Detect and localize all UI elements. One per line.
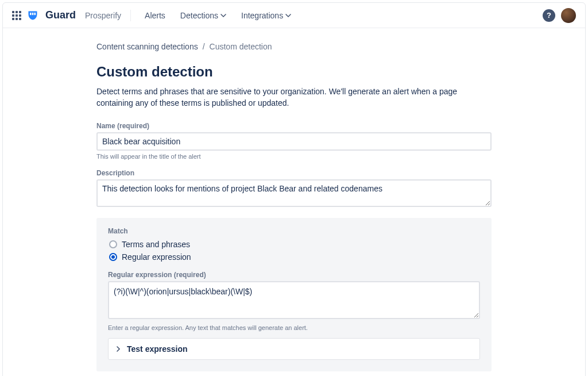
radio-icon — [109, 240, 117, 248]
breadcrumb-separator: / — [203, 42, 205, 51]
match-panel: Match Terms and phrases Regular expressi… — [96, 218, 492, 371]
nav-detections[interactable]: Detections — [176, 7, 231, 24]
test-expression-toggle[interactable]: Test expression — [108, 338, 480, 360]
chevron-down-icon — [285, 13, 291, 18]
description-field: Description This detection looks for men… — [96, 169, 492, 209]
breadcrumb-parent[interactable]: Content scanning detections — [96, 42, 198, 51]
radio-icon — [109, 253, 117, 261]
match-heading: Match — [108, 227, 480, 235]
main-content: Content scanning detections / Custom det… — [87, 28, 501, 376]
regex-help-text: Enter a regular expression. Any text tha… — [108, 324, 480, 331]
name-help-text: This will appear in the title of the ale… — [96, 153, 492, 160]
chevron-right-icon — [115, 346, 121, 352]
guard-logo-icon — [27, 10, 38, 21]
name-label: Name (required) — [96, 122, 492, 130]
nav-alerts[interactable]: Alerts — [140, 7, 170, 24]
svg-rect-2 — [34, 13, 36, 15]
radio-label: Terms and phrases — [122, 240, 190, 249]
chevron-down-icon — [220, 13, 226, 18]
breadcrumb: Content scanning detections / Custom det… — [96, 42, 492, 51]
help-icon[interactable]: ? — [543, 9, 555, 22]
nav-label: Detections — [180, 11, 218, 20]
radio-terms[interactable]: Terms and phrases — [109, 237, 480, 250]
regex-label: Regular expression (required) — [108, 271, 480, 279]
name-input[interactable] — [96, 132, 492, 151]
breadcrumb-current: Custom detection — [210, 42, 272, 51]
description-label: Description — [96, 169, 492, 177]
app-switcher-icon[interactable] — [12, 11, 21, 20]
avatar[interactable] — [561, 8, 576, 23]
svg-rect-0 — [30, 13, 32, 15]
nav-label: Alerts — [145, 11, 165, 20]
radio-regex[interactable]: Regular expression — [109, 250, 480, 263]
page-subtitle: Detect terms and phrases that are sensit… — [96, 86, 492, 109]
page-title: Custom detection — [96, 64, 492, 80]
name-field: Name (required) This will appear in the … — [96, 122, 492, 160]
product-name: Guard — [45, 9, 76, 21]
top-nav: Guard Prosperify Alerts Detections Integ… — [3, 3, 585, 28]
svg-rect-1 — [32, 13, 34, 15]
nav-label: Integrations — [241, 11, 283, 20]
test-expression-label: Test expression — [127, 344, 188, 354]
org-name: Prosperify — [85, 11, 121, 20]
radio-label: Regular expression — [122, 252, 191, 262]
regex-input[interactable]: (?i)(\W|^)(orion|ursus|black\bear)(\W|$) — [108, 281, 480, 319]
description-input[interactable]: This detection looks for mentions of pro… — [96, 179, 492, 207]
nav-separator — [130, 10, 131, 21]
match-radio-group: Terms and phrases Regular expression — [109, 237, 480, 263]
nav-integrations[interactable]: Integrations — [237, 7, 296, 24]
